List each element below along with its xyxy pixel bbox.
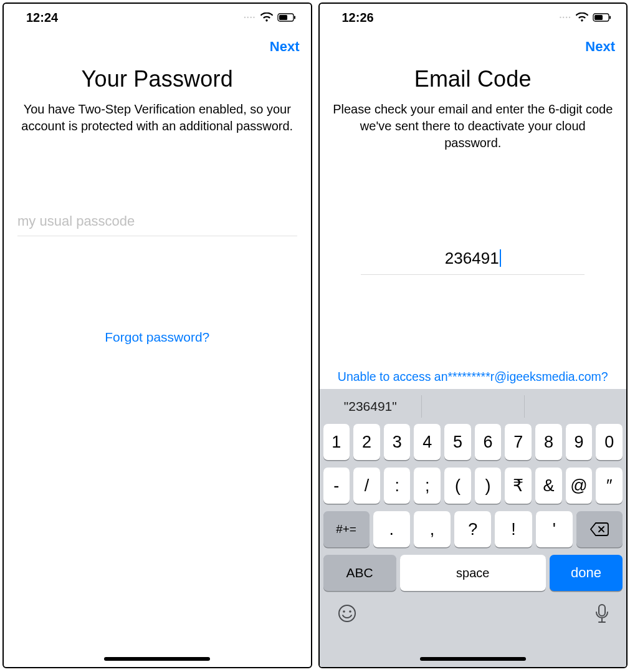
code-input[interactable]: 236491 [361, 245, 585, 275]
key-5[interactable]: 5 [444, 424, 471, 460]
key-question[interactable]: ? [454, 511, 491, 547]
suggestion-2[interactable] [422, 395, 525, 418]
nav-bar: Next [4, 31, 311, 62]
screen-email-code: 12:26 ···· Next Email Code Please check … [318, 2, 628, 668]
status-right-cluster: ···· [559, 12, 611, 22]
key-0[interactable]: 0 [596, 424, 623, 460]
home-indicator[interactable] [104, 657, 210, 661]
svg-rect-2 [294, 16, 295, 19]
key-semicolon[interactable]: ; [414, 468, 441, 504]
key-row-2: - / : ; ( ) ₹ & @ ″ [323, 468, 623, 504]
svg-rect-4 [594, 15, 603, 20]
cellular-dots: ···· [559, 12, 571, 22]
screen-your-password: 12:24 ···· Next Your Password You have T… [2, 2, 312, 668]
svg-point-8 [349, 610, 351, 613]
mic-icon[interactable] [595, 603, 609, 628]
key-6[interactable]: 6 [475, 424, 502, 460]
keyboard: "236491" 1 2 3 4 5 6 7 8 9 0 - / : ; [320, 389, 627, 667]
key-4[interactable]: 4 [414, 424, 441, 460]
code-value: 236491 [445, 249, 499, 267]
unable-access-link[interactable]: Unable to access an*********r@igeeksmedi… [320, 370, 627, 384]
key-colon[interactable]: : [384, 468, 411, 504]
status-time: 12:24 [26, 11, 58, 25]
text-caret [500, 249, 501, 267]
cellular-dots: ···· [244, 12, 256, 22]
page-description: Please check your email and enter the 6-… [320, 92, 627, 151]
home-indicator[interactable] [420, 657, 526, 661]
key-1[interactable]: 1 [323, 424, 350, 460]
emoji-icon[interactable] [337, 603, 357, 628]
key-more-symbols[interactable]: #+= [323, 511, 370, 547]
page-title: Your Password [4, 66, 311, 92]
key-9[interactable]: 9 [566, 424, 593, 460]
next-button[interactable]: Next [270, 39, 300, 55]
svg-point-6 [339, 605, 355, 622]
page-title: Email Code [320, 66, 627, 92]
key-row-1: 1 2 3 4 5 6 7 8 9 0 [323, 424, 623, 460]
svg-rect-5 [609, 16, 611, 19]
key-3[interactable]: 3 [384, 424, 411, 460]
forgot-password-link[interactable]: Forgot password? [4, 330, 311, 345]
key-row-3: #+= . , ? ! ' [323, 511, 623, 547]
key-rupee[interactable]: ₹ [505, 468, 532, 504]
key-lparen[interactable]: ( [444, 468, 471, 504]
key-backspace[interactable] [576, 511, 623, 547]
key-8[interactable]: 8 [535, 424, 562, 460]
wifi-icon [260, 12, 274, 22]
key-amp[interactable]: & [535, 468, 562, 504]
password-input[interactable] [17, 209, 297, 236]
status-bar: 12:24 ···· [4, 4, 311, 31]
key-dquote[interactable]: ″ [596, 468, 623, 504]
key-2[interactable]: 2 [353, 424, 380, 460]
next-button[interactable]: Next [585, 39, 615, 55]
nav-bar: Next [320, 31, 627, 62]
suggestion-1[interactable]: "236491" [320, 395, 422, 418]
key-exclaim[interactable]: ! [495, 511, 532, 547]
key-period[interactable]: . [373, 511, 410, 547]
status-right-cluster: ···· [244, 12, 296, 22]
svg-point-7 [343, 610, 345, 613]
key-space[interactable]: space [400, 555, 546, 591]
battery-icon [593, 13, 611, 22]
battery-icon [277, 13, 296, 22]
key-dash[interactable]: - [323, 468, 350, 504]
suggestion-3[interactable] [525, 395, 627, 418]
status-bar: 12:26 ···· [320, 4, 627, 31]
svg-rect-1 [279, 15, 287, 20]
keyboard-footer [320, 593, 627, 654]
key-comma[interactable]: , [414, 511, 451, 547]
wifi-icon [575, 12, 589, 22]
password-field-wrap [4, 209, 311, 236]
code-field-wrap: 236491 [320, 245, 627, 275]
backspace-icon [589, 522, 609, 537]
key-7[interactable]: 7 [505, 424, 532, 460]
key-apostrophe[interactable]: ' [536, 511, 573, 547]
key-abc[interactable]: ABC [323, 555, 396, 591]
suggestion-bar: "236491" [320, 389, 627, 424]
status-time: 12:26 [342, 11, 374, 25]
page-description: You have Two-Step Verification enabled, … [4, 92, 311, 135]
key-row-4: ABC space done [320, 555, 627, 591]
key-rparen[interactable]: ) [475, 468, 502, 504]
key-at[interactable]: @ [566, 468, 593, 504]
key-slash[interactable]: / [353, 468, 380, 504]
svg-rect-9 [599, 605, 605, 616]
key-done[interactable]: done [550, 555, 623, 591]
